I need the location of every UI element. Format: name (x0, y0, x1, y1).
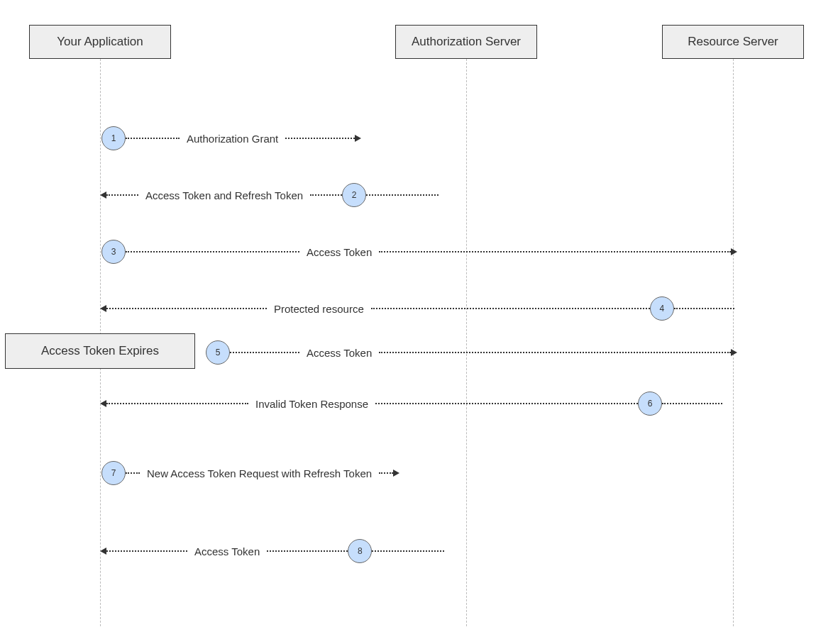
message-8-label: Access Token (187, 545, 267, 557)
dotted-line (267, 550, 348, 552)
dotted-line (375, 403, 638, 404)
message-3: 3 Access Token (101, 240, 737, 264)
dotted-line (379, 472, 393, 474)
dotted-line (230, 352, 299, 353)
arrow-right-icon (355, 135, 361, 142)
dotted-line (662, 403, 722, 404)
arrow-left-icon (100, 548, 106, 555)
arrow-right-icon (393, 470, 399, 477)
message-1-label: Authorization Grant (180, 133, 285, 145)
dotted-line (372, 550, 444, 552)
arrow-right-icon (731, 349, 737, 356)
step-number-8: 8 (348, 539, 372, 563)
step-number-3: 3 (101, 240, 126, 264)
step-number-7: 7 (101, 461, 126, 485)
dotted-line (106, 403, 248, 404)
lifeline-authorization-server: Authorization Server (395, 25, 537, 59)
message-4: Protected resource 4 (100, 296, 734, 321)
dotted-line (126, 472, 140, 474)
arrow-left-icon (100, 305, 106, 312)
message-7-label: New Access Token Request with Refresh To… (140, 467, 379, 479)
message-3-label: Access Token (299, 246, 379, 258)
step-number-1: 1 (101, 126, 126, 150)
dotted-line (379, 352, 731, 353)
message-4-label: Protected resource (267, 303, 371, 315)
dotted-line (310, 194, 342, 196)
message-6: Invalid Token Response 6 (100, 392, 722, 416)
arrow-right-icon (731, 248, 737, 255)
message-6-label: Invalid Token Response (248, 398, 375, 410)
message-7: 7 New Access Token Request with Refresh … (101, 461, 399, 485)
step-number-2: 2 (342, 183, 366, 207)
arrow-left-icon (100, 191, 106, 199)
dotted-line (106, 194, 138, 196)
lifeline-resource-server: Resource Server (662, 25, 804, 59)
message-5-label: Access Token (299, 347, 379, 359)
dotted-line (126, 138, 180, 139)
lifeline-your-application: Your Application (29, 25, 171, 59)
dotted-line (285, 138, 355, 139)
dotted-line (126, 251, 299, 252)
dotted-line (379, 251, 731, 252)
dotted-line (106, 308, 267, 309)
dotted-line (366, 194, 439, 196)
step-number-5: 5 (206, 340, 230, 365)
message-1: 1 Authorization Grant (101, 126, 361, 150)
dotted-line (371, 308, 650, 309)
step-number-6: 6 (638, 392, 662, 416)
message-2-label: Access Token and Refresh Token (138, 189, 310, 201)
dotted-line (106, 550, 187, 552)
dotted-line (674, 308, 734, 309)
step-number-4: 4 (650, 296, 674, 321)
sequence-diagram: Your Application Authorization Server Re… (0, 0, 816, 644)
arrow-left-icon (100, 400, 106, 407)
message-5: 5 Access Token (206, 340, 737, 365)
message-8: Access Token 8 (100, 539, 444, 563)
note-access-token-expires: Access Token Expires (5, 333, 195, 369)
message-2: Access Token and Refresh Token 2 (100, 183, 439, 207)
